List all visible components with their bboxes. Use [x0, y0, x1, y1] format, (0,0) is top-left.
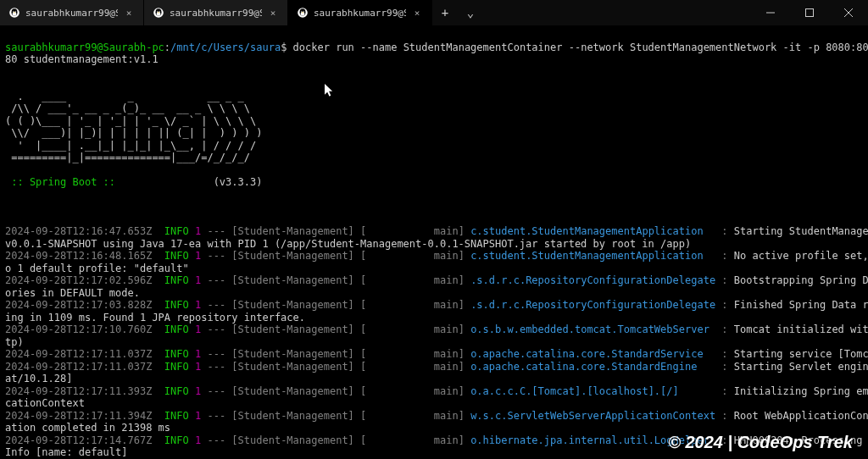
log-line: 2024-09-28T12:16:47.653Z INFO 1 --- [Stu… — [5, 225, 863, 238]
tab-0[interactable]: saurabhkumarr99@Saurabh-p× — [0, 0, 144, 25]
prompt-line: saurabhkumarr99@Saurabh-pc:/mnt/c/Users/… — [5, 41, 863, 54]
log-line-wrap: cationContext — [5, 397, 863, 410]
log-line-wrap: o 1 default profile: "default" — [5, 263, 863, 275]
tux-icon — [8, 7, 20, 19]
tab-label: saurabhkumarr99@Saurabh-p — [25, 8, 118, 19]
spring-boot-banner: :: Spring Boot :: (v3.3.3) — [5, 176, 863, 189]
svg-point-10 — [159, 11, 160, 12]
log-line: 2024-09-28T12:17:11.037Z INFO 1 --- [Stu… — [5, 348, 863, 361]
tab-1[interactable]: saurabhkumarr99@Saurabh-p× — [144, 0, 288, 25]
close-icon[interactable]: × — [411, 8, 423, 19]
tab-dropdown-button[interactable]: ⌄ — [458, 0, 483, 25]
svg-point-17 — [302, 12, 303, 13]
log-line-wrap: ories in DEFAULT mode. — [5, 287, 863, 300]
command-text-wrap: 80 studentmanagement:v1.1 — [5, 53, 863, 66]
svg-point-16 — [303, 11, 304, 12]
log-line-wrap: ing in 1109 ms. Found 1 JPA repository i… — [5, 312, 863, 324]
close-icon[interactable]: × — [267, 8, 279, 19]
new-tab-button[interactable]: + — [432, 0, 458, 25]
svg-point-4 — [15, 11, 16, 12]
tab-label: saurabhkumarr99@Saurabh-p — [314, 8, 406, 19]
window-controls — [751, 0, 868, 25]
tux-icon — [297, 7, 309, 19]
log-line: 2024-09-28T12:17:02.596Z INFO 1 --- [Stu… — [5, 274, 863, 287]
svg-rect-18 — [806, 9, 814, 17]
tab-strip: saurabhkumarr99@Saurabh-p×saurabhkumarr9… — [0, 0, 432, 25]
spring-ascii: . ____ _ __ _ _ /\\ / ___'_ __ _ _(_)_ _… — [5, 78, 863, 164]
log-line-wrap: tp) — [5, 336, 863, 349]
svg-point-11 — [158, 12, 159, 13]
terminal-output[interactable]: saurabhkumarr99@Saurabh-pc:/mnt/c/Users/… — [0, 25, 868, 459]
tab-label: saurabhkumarr99@Saurabh-p — [170, 8, 262, 19]
minimize-button[interactable] — [751, 0, 790, 25]
title-bar: saurabhkumarr99@Saurabh-p×saurabhkumarr9… — [0, 0, 868, 25]
close-icon[interactable]: × — [123, 8, 135, 19]
log-line: 2024-09-28T12:16:48.165Z INFO 1 --- [Stu… — [5, 250, 863, 263]
mouse-cursor-icon — [325, 84, 334, 97]
maximize-button[interactable] — [790, 0, 829, 25]
svg-point-3 — [13, 11, 14, 12]
log-line-wrap: at/10.1.28] — [5, 373, 863, 385]
log-line: 2024-09-28T12:17:03.828Z INFO 1 --- [Stu… — [5, 299, 863, 312]
prompt-path: /mnt/c/Users/saura — [170, 41, 281, 53]
log-line: 2024-09-28T12:17:11.037Z INFO 1 --- [Stu… — [5, 361, 863, 373]
log-line: 2024-09-28T12:17:10.760Z INFO 1 --- [Stu… — [5, 324, 863, 336]
watermark: © 2024 | CodeOps Trek — [668, 433, 853, 452]
log-line: 2024-09-28T12:17:11.393Z INFO 1 --- [Stu… — [5, 385, 863, 398]
prompt-user: saurabhkumarr99@Saurabh-pc — [5, 41, 164, 53]
log-line-wrap: v0.0.1-SNAPSHOT using Java 17-ea with PI… — [5, 238, 863, 251]
close-button[interactable] — [829, 0, 868, 25]
tab-2[interactable]: saurabhkumarr99@Saurabh-p× — [288, 0, 432, 25]
svg-point-15 — [301, 11, 302, 12]
log-line: 2024-09-28T12:17:11.394Z INFO 1 --- [Stu… — [5, 410, 863, 423]
svg-point-5 — [14, 12, 15, 13]
svg-point-9 — [157, 11, 158, 12]
command-text: docker run --name StudentManagementConta… — [293, 41, 868, 53]
tux-icon — [153, 7, 164, 19]
